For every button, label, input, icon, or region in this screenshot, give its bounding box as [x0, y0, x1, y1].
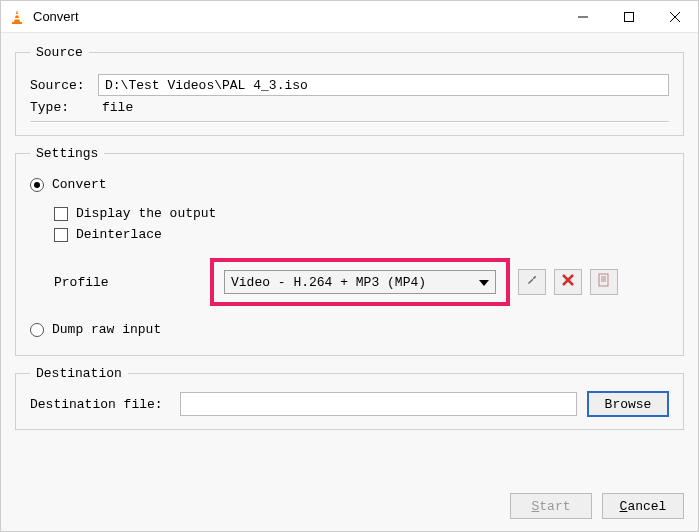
titlebar: Convert — [1, 1, 698, 33]
dialog-footer: Start Cancel — [1, 487, 698, 531]
browse-button[interactable]: Browse — [587, 391, 669, 417]
profile-label: Profile — [30, 275, 210, 290]
svg-rect-1 — [15, 14, 19, 16]
source-label: Source: — [30, 78, 98, 93]
source-input[interactable] — [98, 74, 669, 96]
destination-input[interactable] — [180, 392, 577, 416]
dialog-content: Source Source: Type: file Settings Conve… — [1, 33, 698, 487]
convert-radio-label: Convert — [52, 177, 107, 192]
settings-group: Settings Convert Display the output Dein… — [15, 146, 684, 356]
deinterlace-label: Deinterlace — [76, 227, 162, 242]
profile-value: Video - H.264 + MP3 (MP4) — [231, 275, 426, 290]
maximize-button[interactable] — [606, 1, 652, 33]
new-profile-button[interactable] — [590, 269, 618, 295]
new-document-icon — [597, 273, 611, 291]
delete-profile-button[interactable] — [554, 269, 582, 295]
settings-legend: Settings — [30, 146, 104, 161]
vlc-cone-icon — [9, 9, 25, 25]
profile-highlight: Video - H.264 + MP3 (MP4) — [210, 258, 510, 306]
checkbox-icon — [54, 228, 68, 242]
cancel-button[interactable]: Cancel — [602, 493, 684, 519]
destination-label: Destination file: — [30, 397, 180, 412]
delete-x-icon — [562, 274, 574, 290]
svg-rect-5 — [625, 12, 634, 21]
convert-dialog: Convert Source Source: Type: file Settin… — [0, 0, 699, 532]
type-value: file — [98, 100, 133, 115]
browse-label: Browse — [605, 397, 652, 412]
destination-legend: Destination — [30, 366, 128, 381]
svg-rect-3 — [12, 22, 22, 24]
svg-marker-0 — [14, 10, 20, 22]
svg-marker-8 — [479, 280, 489, 286]
display-output-checkbox[interactable]: Display the output — [30, 206, 669, 221]
type-label: Type: — [30, 100, 98, 115]
radio-icon — [30, 323, 44, 337]
chevron-down-icon — [479, 275, 489, 290]
minimize-button[interactable] — [560, 1, 606, 33]
dump-raw-label: Dump raw input — [52, 322, 161, 337]
window-title: Convert — [33, 9, 560, 24]
convert-radio[interactable]: Convert — [30, 177, 669, 192]
destination-group: Destination Destination file: Browse — [15, 366, 684, 430]
radio-icon — [30, 178, 44, 192]
source-group: Source Source: Type: file — [15, 45, 684, 136]
wrench-icon — [525, 273, 539, 291]
svg-rect-2 — [15, 18, 20, 20]
deinterlace-checkbox[interactable]: Deinterlace — [30, 227, 669, 242]
display-output-label: Display the output — [76, 206, 216, 221]
svg-rect-11 — [599, 274, 608, 286]
close-button[interactable] — [652, 1, 698, 33]
edit-profile-button[interactable] — [518, 269, 546, 295]
start-button: Start — [510, 493, 592, 519]
source-legend: Source — [30, 45, 89, 60]
checkbox-icon — [54, 207, 68, 221]
dump-raw-radio[interactable]: Dump raw input — [30, 322, 669, 337]
profile-select[interactable]: Video - H.264 + MP3 (MP4) — [224, 270, 496, 294]
